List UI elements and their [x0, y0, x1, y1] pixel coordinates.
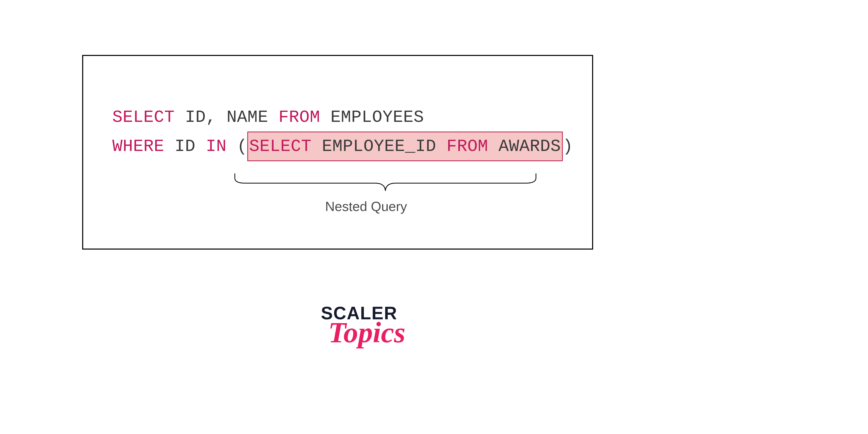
diagram-box: SELECT ID, NAME FROM EMPLOYEES WHERE ID …	[82, 55, 593, 250]
inner-col: EMPLOYEE_ID	[322, 137, 436, 156]
keyword-where: WHERE	[112, 137, 164, 156]
inner-keyword-from: FROM	[446, 137, 488, 156]
keyword-in: IN	[206, 137, 226, 156]
inner-keyword-select: SELECT	[249, 137, 311, 156]
keyword-from: FROM	[278, 108, 320, 127]
keyword-select: SELECT	[112, 108, 175, 127]
scaler-topics-logo: SCALER Topics	[313, 303, 405, 349]
columns: ID, NAME	[185, 108, 268, 127]
close-paren: )	[563, 137, 573, 156]
inner-table: AWARDS	[498, 137, 561, 156]
where-col: ID	[175, 137, 195, 156]
nested-query-highlight: SELECT EMPLOYEE_ID FROM AWARDS	[247, 132, 562, 162]
sql-code: SELECT ID, NAME FROM EMPLOYEES WHERE ID …	[112, 103, 573, 161]
sql-line-2: WHERE ID IN (SELECT EMPLOYEE_ID FROM AWA…	[112, 132, 573, 162]
sql-line-1: SELECT ID, NAME FROM EMPLOYEES	[112, 103, 573, 132]
table-name: EMPLOYEES	[331, 108, 424, 127]
annotation-label: Nested Query	[325, 199, 407, 214]
logo-text-topics: Topics	[328, 316, 405, 349]
open-paren: (	[237, 137, 248, 156]
curly-brace-icon	[232, 173, 538, 197]
